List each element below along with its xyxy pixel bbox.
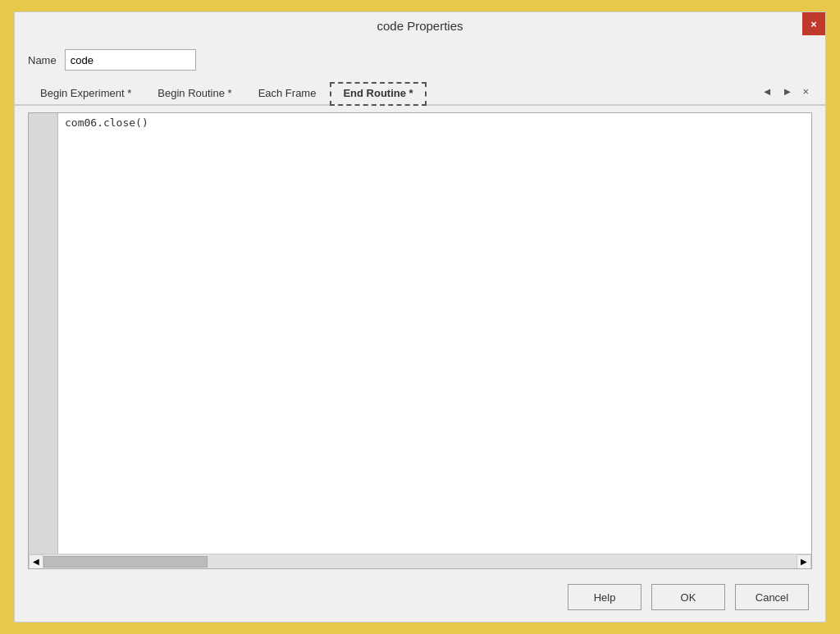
tab-end-routine[interactable]: End Routine * (330, 82, 426, 106)
scroll-thumb[interactable] (43, 556, 208, 568)
window-close-button[interactable]: × (802, 12, 825, 35)
code-editor[interactable]: com06.close() (58, 113, 811, 554)
tabs-row: Begin Experiment * Begin Routine * Each … (15, 77, 825, 106)
tab-begin-routine[interactable]: Begin Routine * (145, 83, 244, 103)
help-button[interactable]: Help (568, 584, 641, 610)
tab-next-button[interactable]: ► (779, 84, 797, 99)
tab-nav: ◄ ► × (759, 84, 812, 103)
line-numbers (29, 113, 58, 554)
tab-each-frame[interactable]: Each Frame (246, 83, 329, 103)
code-area-inner: com06.close() (29, 113, 811, 554)
code-area-wrapper: com06.close() ◀ ▶ (28, 112, 812, 569)
tab-begin-experiment[interactable]: Begin Experiment * (28, 83, 144, 103)
scroll-track[interactable] (43, 554, 797, 568)
name-row: Name (15, 39, 825, 77)
footer-row: Help OK Cancel (15, 576, 825, 622)
dialog-title: code Properties (377, 19, 463, 33)
name-input[interactable] (65, 49, 196, 71)
horizontal-scrollbar: ◀ ▶ (29, 554, 811, 568)
name-label: Name (28, 54, 57, 66)
tab-close-button[interactable]: × (799, 84, 812, 99)
tab-prev-button[interactable]: ◄ (759, 84, 776, 99)
dialog-wrapper: × code Properties Name Begin Experiment … (0, 0, 840, 634)
ok-button[interactable]: OK (651, 584, 725, 610)
cancel-button[interactable]: Cancel (735, 584, 809, 610)
scroll-left-button[interactable]: ◀ (29, 554, 43, 569)
dialog: × code Properties Name Begin Experiment … (14, 11, 826, 623)
scroll-right-button[interactable]: ▶ (797, 554, 811, 569)
title-bar: code Properties (15, 12, 825, 39)
